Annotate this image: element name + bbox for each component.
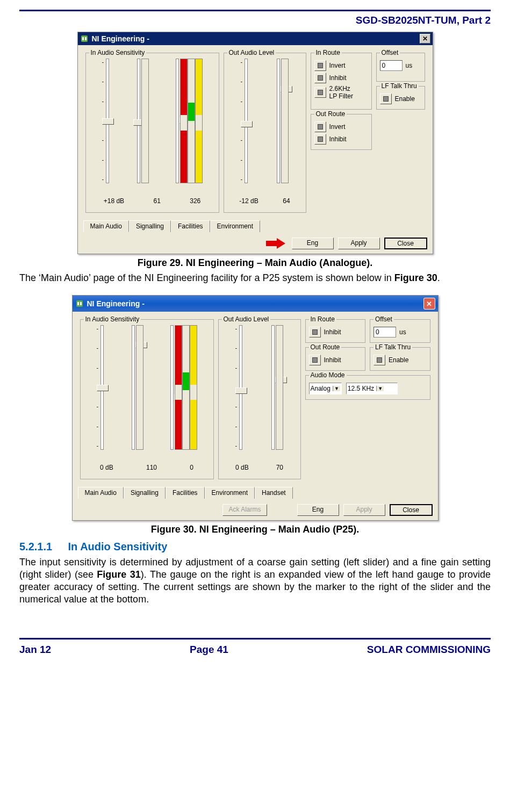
toggle-out-invert[interactable] [314,121,326,132]
slider-out-db[interactable] [239,325,242,450]
close-icon[interactable]: ✕ [420,34,430,44]
toggle-out-inhibit[interactable] [309,355,321,365]
val-in-db: 0 dB [100,464,113,471]
apply-button[interactable]: Apply [343,504,385,516]
offset-input[interactable] [373,327,396,337]
group-out-route: Out Route Invert Inhibit [311,114,372,150]
dialog-fig30: NI Engineering - ✕ In Audio Sensitivity … [72,295,439,521]
para1: The ‘Main Audio’ page of the NI Engineer… [19,272,491,284]
toggle-lf-enable[interactable] [373,355,385,365]
text: The ‘Main Audio’ page of the NI Engineer… [19,272,394,283]
tab-main-audio[interactable]: Main Audio [78,487,124,499]
offset-input[interactable] [380,60,403,71]
val-in-coarse: 110 [146,464,157,471]
svg-marker-3 [266,238,285,249]
tab-main-audio[interactable]: Main Audio [83,220,129,232]
dialog-fig29: NI Engineering - ✕ In Audio Sensitivity … [77,32,433,254]
label: Invert [329,123,346,131]
group-label: Out Route [309,343,342,351]
offset-unit: us [406,62,413,69]
group-offset: Offset us [370,319,430,343]
toggle-lf-enable[interactable] [380,94,392,104]
group-out-audio: Out Audio Level ------- 0 dB 70 [218,319,301,479]
titlebar-text: NI Engineering - [87,299,145,308]
header-title: SGD-SB2025NT-TUM, Part 2 [19,15,491,26]
ack-alarms-button[interactable]: Ack Alarms [222,504,267,516]
apply-button[interactable]: Apply [338,238,380,249]
ref: Figure 30 [394,272,437,283]
close-icon[interactable]: ✕ [423,298,435,310]
meter-in-fine-b [182,325,190,450]
group-label: In Route [309,315,336,323]
tab-facilities[interactable]: Facilities [171,220,210,232]
tab-environment[interactable]: Environment [205,487,255,499]
sel-value: Analog [311,385,331,392]
titlebar[interactable]: NI Engineering - ✕ [73,296,438,312]
slider-out-val[interactable] [271,325,275,450]
group-label: In Route [314,49,342,56]
slider-in-db[interactable] [106,59,109,183]
para2: The input sensitivity is determined by a… [19,556,491,606]
tab-facilities[interactable]: Facilities [166,487,205,499]
group-in-audio: In Audio Sensitivity ------- [80,319,214,479]
toggle-out-inhibit[interactable] [314,134,326,145]
toggle-invert[interactable] [314,60,326,71]
close-button[interactable]: Close [384,238,427,249]
app-icon [80,34,89,43]
tab-signalling[interactable]: Signalling [124,487,166,499]
toggle-inhibit[interactable] [309,327,321,337]
toggle-lpfilter[interactable] [314,87,326,98]
select-mode[interactable]: Analog▼ [309,383,342,394]
tab-handset[interactable]: Handset [255,487,293,499]
meter-in-fine-a [180,59,188,183]
slider-in-db[interactable] [100,325,104,450]
eng-button[interactable]: Eng [292,238,334,249]
app-icon [75,299,84,308]
label: Inhibit [324,356,341,364]
group-offset: Offset us [376,53,425,82]
footer-center: Page 41 [190,644,228,656]
group-label: LF Talk Thru [380,82,419,90]
tab-signalling[interactable]: Signalling [129,220,171,232]
slider-in-coarse[interactable] [132,325,135,450]
slider-in-fine[interactable] [176,59,179,183]
ticks: ------- [241,59,243,182]
svg-rect-2 [85,37,87,40]
meter-in-fine-c [195,59,203,183]
section-head: 5.2.1.1 In Audio Sensitivity [19,541,491,553]
group-label: In Audio Sensitivity [84,315,141,323]
toggle-inhibit[interactable] [314,73,326,83]
svg-rect-4 [76,300,83,307]
group-in-audio: In Audio Sensitivity ------- [85,53,219,213]
select-bw[interactable]: 12.5 KHz▼ [346,383,398,394]
val-out-val: 70 [276,464,283,471]
section-num: 5.2.1.1 [19,541,65,553]
slider-in-coarse[interactable] [137,59,140,183]
ticks: ------- [235,325,238,449]
fig29-caption: Figure 29. NI Engineering – Main Audio (… [19,257,491,269]
eng-button[interactable]: Eng [297,504,339,516]
meter-in-fine-b [188,59,195,183]
label: Inhibit [324,328,341,336]
group-lf-talk: LF Talk Thru Enable [370,347,430,371]
slider-in-fine[interactable] [170,325,174,450]
label: 2.6KHz LP Filter [329,85,353,100]
ref: Figure 31 [97,569,140,580]
slider-out-val[interactable] [277,59,280,183]
slider-out-db[interactable] [245,59,248,183]
group-label: Offset [373,315,394,323]
offset-unit: us [399,328,406,336]
label: Invert [329,62,346,69]
group-label: Offset [380,49,400,56]
sel-value: 12.5 KHz [348,385,374,392]
chevron-down-icon: ▼ [333,386,340,391]
tab-environment[interactable]: Environment [210,220,260,232]
label: Inhibit [329,74,347,82]
header-rule [19,10,491,11]
meter-out [281,59,289,183]
svg-rect-5 [77,302,79,305]
val-out-db: 0 dB [235,464,249,471]
close-button[interactable]: Close [390,504,433,516]
group-label: Out Audio Level [227,49,276,56]
titlebar[interactable]: NI Engineering - ✕ [78,32,433,45]
